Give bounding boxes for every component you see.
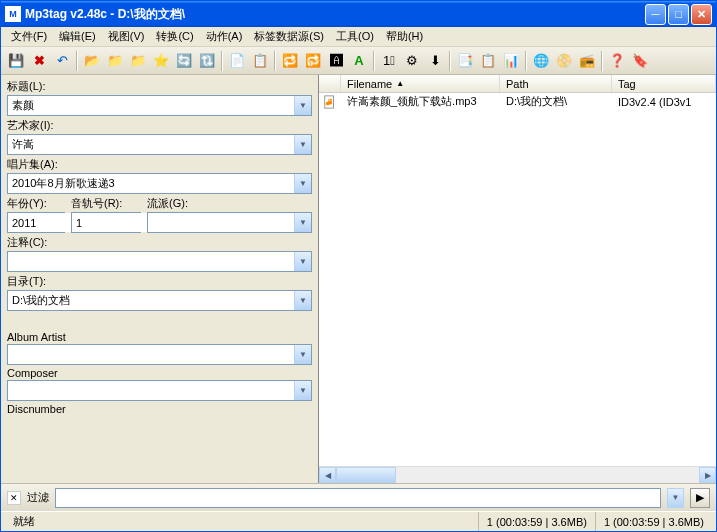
separator xyxy=(221,51,223,71)
filter-dropdown-icon[interactable]: ▼ xyxy=(667,488,684,508)
comment-input[interactable] xyxy=(8,252,294,271)
filetype-icon xyxy=(319,95,341,109)
album-input[interactable] xyxy=(8,174,294,193)
filter-input[interactable] xyxy=(56,489,660,507)
b2-button[interactable]: 📋 xyxy=(477,50,499,72)
title-input[interactable] xyxy=(8,96,294,115)
action2-button[interactable]: ⬇ xyxy=(424,50,446,72)
sort-asc-icon: ▲ xyxy=(396,79,404,88)
tag3-button[interactable]: 🅰 xyxy=(325,50,347,72)
scroll-right-icon[interactable]: ▶ xyxy=(699,467,716,483)
dropdown-icon[interactable]: ▼ xyxy=(294,252,311,271)
composer-input[interactable] xyxy=(8,381,294,400)
minimize-button[interactable]: ─ xyxy=(645,4,666,25)
col-path[interactable]: Path xyxy=(500,75,612,92)
open-button[interactable]: 📂 xyxy=(81,50,103,72)
b1-button[interactable]: 📑 xyxy=(454,50,476,72)
filter-close-button[interactable]: ✕ xyxy=(7,491,21,505)
dropdown-icon[interactable]: ▼ xyxy=(294,291,311,310)
folder2-button[interactable]: 📁 xyxy=(127,50,149,72)
separator xyxy=(449,51,451,71)
menu-help[interactable]: 帮助(H) xyxy=(380,27,429,46)
album-field[interactable]: ▼ xyxy=(7,173,312,194)
about-button[interactable]: 🔖 xyxy=(629,50,651,72)
folder-button[interactable]: 📁 xyxy=(104,50,126,72)
delete-button[interactable]: ✖ xyxy=(28,50,50,72)
menu-file[interactable]: 文件(F) xyxy=(5,27,53,46)
dropdown-icon[interactable]: ▼ xyxy=(294,135,311,154)
albumartist-input[interactable] xyxy=(8,345,294,364)
window-title: Mp3tag v2.48c - D:\我的文档\ xyxy=(25,6,645,23)
horizontal-scrollbar[interactable]: ◀ ▶ xyxy=(319,466,716,483)
track-field[interactable]: ▼ xyxy=(71,212,141,233)
artist-field[interactable]: ▼ xyxy=(7,134,312,155)
col-icon[interactable] xyxy=(319,75,341,92)
filter-label: 过滤 xyxy=(27,490,49,505)
web1-button[interactable]: 🌐 xyxy=(530,50,552,72)
menubar: 文件(F) 编辑(E) 视图(V) 转换(C) 动作(A) 标签数据源(S) 工… xyxy=(1,27,716,47)
close-button[interactable]: ✕ xyxy=(691,4,712,25)
separator xyxy=(601,51,603,71)
directory-label: 目录(T): xyxy=(7,274,312,289)
list-body[interactable]: 许嵩素颜_领航下载站.mp3 D:\我的文档\ ID3v2.4 (ID3v1 xyxy=(319,93,716,466)
filter-field[interactable] xyxy=(55,488,661,508)
dropdown-icon[interactable]: ▼ xyxy=(294,174,311,193)
help-button[interactable]: ❓ xyxy=(606,50,628,72)
action1-button[interactable]: ⚙ xyxy=(401,50,423,72)
separator xyxy=(525,51,527,71)
undo-button[interactable]: ↶ xyxy=(51,50,73,72)
web2-button[interactable]: 📀 xyxy=(553,50,575,72)
refresh-button[interactable]: 🔃 xyxy=(196,50,218,72)
scroll-left-icon[interactable]: ◀ xyxy=(319,467,336,483)
tag-panel: 标题(L): ▼ 艺术家(I): ▼ 唱片集(A): ▼ 年份(Y): xyxy=(1,75,319,483)
tag4-button[interactable]: A xyxy=(348,50,370,72)
scroll-thumb[interactable] xyxy=(336,467,396,483)
genre-field[interactable]: ▼ xyxy=(147,212,312,233)
tag1-button[interactable]: 🔁 xyxy=(279,50,301,72)
artist-input[interactable] xyxy=(8,135,294,154)
title-field[interactable]: ▼ xyxy=(7,95,312,116)
albumartist-field[interactable]: ▼ xyxy=(7,344,312,365)
tag2-button[interactable]: 🔂 xyxy=(302,50,324,72)
col-tag[interactable]: Tag xyxy=(612,75,716,92)
year-field[interactable]: ▼ xyxy=(7,212,65,233)
menu-tagsource[interactable]: 标签数据源(S) xyxy=(248,27,330,46)
web3-button[interactable]: 📻 xyxy=(576,50,598,72)
dropdown-icon[interactable]: ▼ xyxy=(294,381,311,400)
menu-tools[interactable]: 工具(O) xyxy=(330,27,380,46)
genre-input[interactable] xyxy=(148,213,294,232)
composer-field[interactable]: ▼ xyxy=(7,380,312,401)
doc2-button[interactable]: 📋 xyxy=(249,50,271,72)
dropdown-icon[interactable]: ▼ xyxy=(294,213,311,232)
directory-input[interactable] xyxy=(8,291,294,310)
menu-convert[interactable]: 转换(C) xyxy=(150,27,199,46)
favorite-button[interactable]: ⭐ xyxy=(150,50,172,72)
reload-button[interactable]: 🔄 xyxy=(173,50,195,72)
col-filename[interactable]: Filename▲ xyxy=(341,75,500,92)
maximize-button[interactable]: □ xyxy=(668,4,689,25)
statusbar: 就绪 1 (00:03:59 | 3.6MB) 1 (00:03:59 | 3.… xyxy=(1,511,716,531)
separator xyxy=(373,51,375,71)
filter-go-button[interactable]: ▶ xyxy=(690,488,710,508)
save-button[interactable]: 💾 xyxy=(5,50,27,72)
directory-field[interactable]: ▼ xyxy=(7,290,312,311)
dropdown-icon[interactable]: ▼ xyxy=(294,96,311,115)
scroll-track[interactable] xyxy=(336,467,699,483)
list-row[interactable]: 许嵩素颜_领航下载站.mp3 D:\我的文档\ ID3v2.4 (ID3v1 xyxy=(319,93,716,110)
menu-edit[interactable]: 编辑(E) xyxy=(53,27,102,46)
separator xyxy=(76,51,78,71)
discnumber-label: Discnumber xyxy=(7,403,312,415)
genre-label: 流派(G): xyxy=(147,196,312,211)
cell-filename: 许嵩素颜_领航下载站.mp3 xyxy=(341,94,500,109)
autonumber-button[interactable]: 1⃣ xyxy=(378,50,400,72)
menu-view[interactable]: 视图(V) xyxy=(102,27,151,46)
status-seg1: 1 (00:03:59 | 3.6MB) xyxy=(479,512,596,531)
dropdown-icon[interactable]: ▼ xyxy=(294,345,311,364)
b3-button[interactable]: 📊 xyxy=(500,50,522,72)
col-filename-label: Filename xyxy=(347,78,392,90)
artist-label: 艺术家(I): xyxy=(7,118,312,133)
filter-bar: ✕ 过滤 ▼ ▶ xyxy=(1,483,716,511)
menu-action[interactable]: 动作(A) xyxy=(200,27,249,46)
comment-field[interactable]: ▼ xyxy=(7,251,312,272)
doc1-button[interactable]: 📄 xyxy=(226,50,248,72)
